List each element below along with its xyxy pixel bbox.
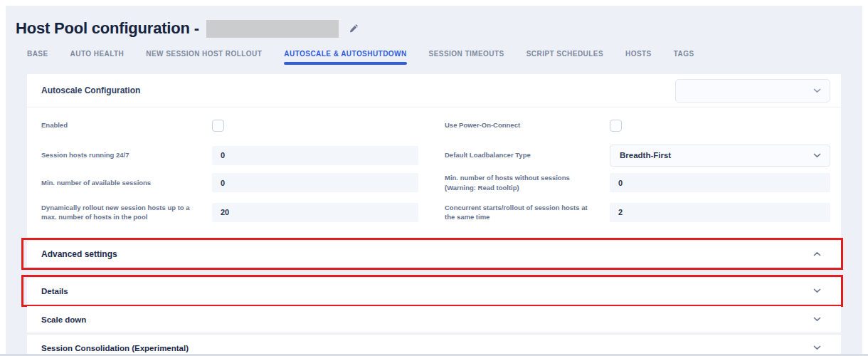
field-cell: Dynamically rollout new session hosts up… — [27, 203, 418, 222]
tab-base[interactable]: BASE — [27, 50, 48, 68]
section-details[interactable]: Details — [27, 278, 841, 304]
enabled-label: Enabled — [41, 120, 212, 130]
section-advanced-settings-label: Advanced settings — [41, 249, 117, 259]
tab-new-session-host-rollout[interactable]: NEW SESSION HOST ROLLOUT — [146, 50, 262, 68]
field-cell: Min. number of available sessions — [27, 173, 418, 192]
field-row: Min. number of available sessionsMin. nu… — [27, 170, 841, 195]
section-list: Advanced settingsDetailsScale downSessio… — [27, 241, 841, 354]
chevron-up-icon — [813, 251, 821, 256]
dynamically-rollout-new-session-hosts-up-to-a-max-number-of-hosts-in-the-pool-input[interactable] — [212, 203, 418, 222]
edit-icon[interactable] — [349, 23, 359, 33]
session-hosts-running-24-7-label: Session hosts running 24/7 — [41, 150, 212, 159]
field-control — [610, 120, 830, 132]
tab-session-timeouts[interactable]: SESSION TIMEOUTS — [429, 50, 504, 68]
default-loadbalancer-type-label: Default Loadbalancer Type — [445, 150, 610, 159]
field-row: EnabledUse Power-On-Connect — [27, 110, 841, 140]
title-row: Host Pool configuration - — [6, 6, 862, 38]
field-cell: Default Loadbalancer TypeBreadth-First — [418, 145, 841, 167]
field-cell: Session hosts running 24/7 — [27, 146, 418, 165]
chevron-down-icon — [813, 317, 821, 322]
min-number-of-available-sessions-input[interactable] — [212, 173, 418, 192]
field-cell: Min. number of hosts without sessions (W… — [418, 173, 841, 192]
page-title: Host Pool configuration - — [16, 19, 199, 38]
tab-bar: BASEAUTO HEALTHNEW SESSION HOST ROLLOUTA… — [27, 50, 862, 68]
concurrent-starts-rollout-of-session-hosts-at-the-same-time-input[interactable] — [610, 203, 830, 222]
field-control — [610, 203, 830, 222]
min-number-of-available-sessions-label: Min. number of available sessions — [41, 178, 212, 187]
section-scale-down-label: Scale down — [41, 315, 86, 324]
default-loadbalancer-type-select[interactable]: Breadth-First — [610, 145, 830, 167]
configuration-preset-select[interactable] — [675, 79, 830, 103]
card-title: Autoscale Configuration — [41, 85, 140, 95]
concurrent-starts-rollout-of-session-hosts-at-the-same-time-label: Concurrent starts/rollout of session hos… — [445, 203, 610, 222]
tab-tags[interactable]: TAGS — [674, 50, 694, 68]
use-power-on-connect-label: Use Power-On-Connect — [445, 120, 610, 130]
tab-script-schedules[interactable]: SCRIPT SCHEDULES — [526, 50, 603, 68]
chevron-down-icon — [813, 153, 821, 158]
section-session-consolidation-experimental[interactable]: Session Consolidation (Experimental) — [27, 335, 841, 354]
field-rows: EnabledUse Power-On-ConnectSession hosts… — [27, 108, 841, 238]
host-pool-name-redacted — [206, 20, 339, 38]
min-number-of-hosts-without-sessions-warning-read-tooltip-label: Min. number of hosts without sessions (W… — [445, 173, 610, 192]
enabled-checkbox[interactable] — [212, 120, 224, 132]
field-cell: Use Power-On-Connect — [418, 120, 841, 132]
tab-hosts[interactable]: HOSTS — [625, 50, 652, 68]
chevron-down-icon — [813, 288, 821, 293]
chevron-down-icon — [813, 88, 821, 93]
min-number-of-hosts-without-sessions-warning-read-tooltip-input[interactable] — [610, 173, 830, 192]
annotation-box — [21, 275, 843, 307]
field-cell: Enabled — [27, 120, 418, 132]
field-control — [212, 120, 418, 132]
session-hosts-running-24-7-input[interactable] — [212, 146, 418, 165]
section-session-consolidation-experimental-label: Session Consolidation (Experimental) — [41, 344, 189, 352]
field-row: Session hosts running 24/7Default Loadba… — [27, 140, 841, 170]
default-loadbalancer-type-select-value: Breadth-First — [620, 151, 671, 159]
field-control — [212, 146, 418, 165]
host-pool-config-page: Host Pool configuration - BASEAUTO HEALT… — [6, 6, 862, 354]
annotation-box — [21, 238, 843, 270]
section-details-label: Details — [41, 287, 68, 295]
section-scale-down[interactable]: Scale down — [27, 306, 841, 333]
tab-auto-health[interactable]: AUTO HEALTH — [70, 50, 125, 68]
field-control — [212, 173, 418, 192]
chevron-down-icon — [813, 345, 821, 350]
autoscale-configuration-card: Autoscale Configuration EnabledUse Power… — [27, 74, 841, 238]
tab-autoscale-autoshutdown[interactable]: AUTOSCALE & AUTOSHUTDOWN — [284, 50, 406, 68]
card-header: Autoscale Configuration — [27, 74, 841, 108]
use-power-on-connect-checkbox[interactable] — [610, 120, 622, 132]
field-control: Breadth-First — [610, 145, 830, 167]
field-control — [212, 203, 418, 222]
field-row: Dynamically rollout new session hosts up… — [27, 195, 841, 229]
dynamically-rollout-new-session-hosts-up-to-a-max-number-of-hosts-in-the-pool-label: Dynamically rollout new session hosts up… — [41, 203, 212, 222]
section-advanced-settings[interactable]: Advanced settings — [27, 241, 841, 267]
field-cell: Concurrent starts/rollout of session hos… — [418, 203, 841, 222]
field-control — [610, 173, 830, 192]
